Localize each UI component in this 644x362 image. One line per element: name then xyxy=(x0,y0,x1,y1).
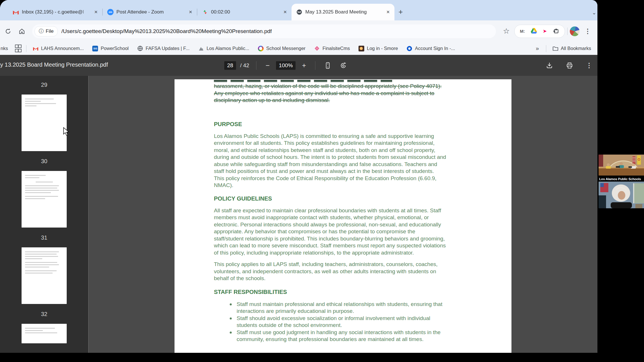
screen: Inbox (32,195) - c.goettee@l ✕ zm Post A… xyxy=(0,0,644,362)
bookmarks-divider xyxy=(26,45,26,52)
pdf-toolbar: May 13.2025 Board Meeting Presentation.p… xyxy=(0,55,597,76)
zoom-icon: zm xyxy=(107,9,114,15)
bookmark-finalsite[interactable]: FinalsiteCms xyxy=(314,46,350,51)
speaker-video-tile[interactable] xyxy=(599,182,644,208)
color-ring-icon xyxy=(258,46,264,51)
tab-timer[interactable]: 00:02:00 ✕ xyxy=(197,4,292,20)
bookmarks-divider xyxy=(546,45,546,52)
pdf-toolbar-divider xyxy=(256,61,256,70)
file-chip-label: File xyxy=(46,28,53,34)
globe-icon xyxy=(137,46,143,51)
toolbar-divider xyxy=(567,28,568,35)
policy-guidelines-heading: POLICY GUIDELINES xyxy=(214,195,474,202)
gmail-icon xyxy=(13,9,19,15)
staff-bullet-list: Staff must maintain professional and eth… xyxy=(228,301,474,343)
close-icon[interactable]: ✕ xyxy=(282,9,288,15)
new-tab-button[interactable]: + xyxy=(398,7,403,16)
page-thumbnail[interactable] xyxy=(22,171,67,228)
page-thumbnail[interactable] xyxy=(22,95,67,151)
page-thumbnail[interactable] xyxy=(22,324,67,343)
apps-grid-icon[interactable] xyxy=(15,45,20,52)
page-footer-clipped: Los Alamos Public Schools xyxy=(214,352,474,353)
print-icon[interactable] xyxy=(564,62,576,69)
all-bookmarks-button[interactable]: All Bookmarks xyxy=(553,46,591,51)
gmail-icon xyxy=(33,46,39,51)
zoom-video-overlay: Los Alamos Public Schools xyxy=(599,155,644,208)
zoom-level: 100% xyxy=(276,61,296,70)
thumbnail-sidebar: 29 30 31 xyxy=(0,76,89,353)
page-thumbnail[interactable] xyxy=(22,247,67,304)
tab-inbox[interactable]: Inbox (32,195) - c.goettee@l ✕ xyxy=(8,4,102,20)
thumb-page-number: 29 xyxy=(0,82,88,88)
video-participant-label: Los Alamos Public Schools xyxy=(599,176,644,182)
tab-zoom[interactable]: zm Post Attendee - Zoom ✕ xyxy=(103,4,197,20)
bullet-item: Staff should avoid excessive socializati… xyxy=(228,315,474,329)
applies-paragraph: This policy applies to all LAPS staff, i… xyxy=(214,261,474,282)
bookmark-account[interactable]: Account Sign In -... xyxy=(407,46,455,51)
boardroom-video-tile[interactable] xyxy=(599,155,644,176)
mcafee-extension-icon[interactable]: M: xyxy=(520,29,525,34)
address-toolbar: ⓘ File /Users/c.goettee/Desktop/May%2013… xyxy=(0,20,597,42)
flame-icon xyxy=(359,46,364,51)
clipped-text-line xyxy=(214,80,392,82)
folder-icon xyxy=(553,46,558,51)
zoom-out-button[interactable]: − xyxy=(263,61,272,70)
pdf-globe-icon xyxy=(296,9,302,15)
bookmark-star-icon[interactable]: ☆ xyxy=(501,26,512,37)
tab-pdf-active[interactable]: May 13.2025 Board Meeting ✕ xyxy=(292,4,394,20)
updown-arrows-icon xyxy=(202,9,208,15)
bookmarks-overflow-chevron[interactable]: » xyxy=(536,45,539,52)
thumb-page-number: 31 xyxy=(0,234,88,241)
pdf-page-controls: 28 / 42 − 100% + xyxy=(224,61,349,70)
bookmark-fafsa[interactable]: FAFSA Updates | F... xyxy=(137,46,190,51)
mouse-cursor xyxy=(63,127,70,136)
bookmark-losalamos[interactable]: Los Alamos Public... xyxy=(198,46,249,51)
browser-window: Inbox (32,195) - c.goettee@l ✕ zm Post A… xyxy=(0,0,597,353)
tab-label: May 13.2025 Board Meeting xyxy=(305,9,382,15)
drive-extension-icon[interactable] xyxy=(531,28,537,35)
bookmark-schoolmessenger[interactable]: School Messenger xyxy=(258,46,306,51)
policy-paragraph: All staff are expected to maintain clear… xyxy=(214,207,474,257)
staff-responsibilities-heading: STAFF RESPONSIBILITIES xyxy=(214,288,474,296)
download-icon[interactable] xyxy=(543,62,555,69)
extensions-puzzle-icon[interactable] xyxy=(553,27,559,35)
tab-label: Inbox (32,195) - c.goettee@l xyxy=(22,9,90,15)
close-icon[interactable]: ✕ xyxy=(187,9,193,15)
tab-strip: Inbox (32,195) - c.goettee@l ✕ zm Post A… xyxy=(0,0,597,20)
purpose-paragraph: Los Alamos Public Schools (LAPS) is comm… xyxy=(214,133,474,189)
pink-arrow-extension-icon[interactable]: ➤ xyxy=(543,28,547,34)
mountain-icon xyxy=(198,46,204,51)
rotate-button[interactable] xyxy=(337,62,349,69)
omnibox[interactable]: ⓘ File /Users/c.goettee/Desktop/May%2013… xyxy=(32,24,496,38)
purpose-heading: PURPOSE xyxy=(214,120,474,128)
profile-avatar[interactable] xyxy=(570,26,580,36)
url-text: /Users/c.goettee/Desktop/May%2013.2025%2… xyxy=(61,28,272,34)
tab-label: 00:02:00 xyxy=(211,9,279,15)
tab-label: Post Attendee - Zoom xyxy=(116,9,185,15)
bookmark-partial[interactable]: nks xyxy=(1,46,8,51)
page-total: / 42 xyxy=(240,62,249,69)
bullet-item: Staff must use good judgment in handling… xyxy=(228,329,474,343)
blue-ring-icon xyxy=(407,46,412,51)
pdf-menu-icon[interactable]: ⋮ xyxy=(584,62,595,69)
pdf-title: May 13.2025 Board Meeting Presentation.p… xyxy=(0,61,108,68)
home-button[interactable] xyxy=(16,26,28,37)
bookmark-powerschool[interactable]: SIS PowerSchool xyxy=(92,46,129,51)
tab-strip-chevron-icon[interactable]: ⌄ xyxy=(592,9,596,16)
thumb-page-number: 30 xyxy=(0,158,88,165)
bookmarks-bar: nks LAHS Announcem... SIS PowerSchool FA… xyxy=(0,42,597,55)
browser-menu-icon[interactable]: ⋮ xyxy=(582,26,593,37)
close-icon[interactable]: ✕ xyxy=(93,9,99,15)
sis-icon: SIS xyxy=(92,46,98,51)
close-icon[interactable]: ✕ xyxy=(385,9,391,15)
bookmark-smore[interactable]: Log in - Smore xyxy=(359,46,398,51)
reload-button[interactable] xyxy=(2,26,14,37)
fit-page-button[interactable] xyxy=(322,62,333,69)
bookmark-lahs[interactable]: LAHS Announcem... xyxy=(33,46,84,51)
pdf-toolbar-divider xyxy=(315,61,315,70)
pdf-action-buttons: ⋮ xyxy=(543,62,595,69)
zoom-in-button[interactable]: + xyxy=(300,61,308,70)
diamond-icon xyxy=(314,46,320,51)
page-number-input[interactable]: 28 xyxy=(224,61,236,70)
file-chip[interactable]: ⓘ File xyxy=(34,26,58,36)
